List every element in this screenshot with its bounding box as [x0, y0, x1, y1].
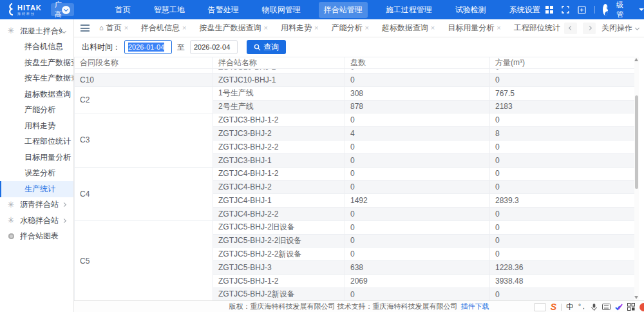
- tab[interactable]: 产能分析×: [327, 21, 373, 35]
- scroll-up-arrow-icon[interactable]: [634, 58, 638, 61]
- pan-count-cell: 1492: [345, 194, 490, 208]
- sidebar-group[interactable]: ✳水稳拌合站: [0, 213, 73, 229]
- top-nav-item[interactable]: 智慧工地: [149, 2, 190, 18]
- table-row: C5ZGTJC5-BHJ-2旧设备00: [75, 220, 635, 234]
- scrollbar-thumb[interactable]: [635, 95, 638, 189]
- sidebar-item[interactable]: 按车生产数据查询: [0, 71, 73, 87]
- sidebar-item-label: 超标数据查询: [24, 89, 73, 100]
- ime-tray: S 中 °，: [534, 301, 644, 312]
- tab-close-icon[interactable]: ×: [497, 24, 500, 32]
- colorful-check-icon[interactable]: [615, 304, 623, 311]
- chinese-mode-indicator[interactable]: 中: [566, 303, 574, 311]
- apps-grid-icon[interactable]: [545, 6, 553, 14]
- clipped-table-row: ZGTJC10-BHJ-200: [75, 69, 635, 73]
- end-date-input[interactable]: 2026-02-04: [190, 40, 238, 54]
- tab-list-icon[interactable]: [80, 24, 90, 32]
- start-date-input[interactable]: 2026-01-04: [124, 40, 172, 54]
- sogou-input-icon[interactable]: S: [551, 302, 556, 311]
- sidebar-item[interactable]: 拌合机信息: [0, 39, 73, 55]
- sidebar-item[interactable]: 超标数据查询: [0, 86, 73, 102]
- fullscreen-icon[interactable]: [562, 6, 569, 14]
- station-cell: ZGTJC5-BHJ-2-2旧设备: [213, 234, 345, 248]
- range-separator-label: 至: [177, 42, 185, 53]
- sidebar-item[interactable]: 按盘生产数据查询: [0, 55, 73, 71]
- clipped-tray-icon[interactable]: [639, 303, 644, 311]
- sidebar-item-label: 按盘生产数据查询: [24, 57, 73, 68]
- scroll-down-arrow-icon[interactable]: [634, 296, 638, 299]
- contract-section-cell: C4: [75, 167, 213, 220]
- tab-close-icon[interactable]: ×: [182, 24, 186, 32]
- contract-section-cell: C5: [75, 220, 213, 300]
- brand-logo: HITAK 海特科技: [6, 3, 42, 16]
- station-cell: ZGTJC4-BHJ-2: [213, 180, 345, 194]
- sidebar-item[interactable]: 用料走势: [0, 118, 73, 134]
- microphone-icon[interactable]: [591, 303, 598, 311]
- copyright-text: 版权：重庆海特科技发展有限公司 技术支持：重庆海特科技发展有限公司: [229, 302, 457, 311]
- tab[interactable]: 超标数据查询×: [377, 21, 439, 35]
- tab-close-icon[interactable]: ×: [365, 24, 368, 32]
- tab-close-icon[interactable]: ×: [124, 24, 128, 32]
- chevron-right-icon: [62, 219, 66, 223]
- add-box-icon[interactable]: [578, 6, 586, 14]
- tab[interactable]: 目标用量分析×: [443, 21, 505, 35]
- contract-section-cell: C10: [75, 73, 213, 87]
- tab[interactable]: ⌂首页×: [95, 21, 133, 35]
- avatar[interactable]: [603, 4, 608, 15]
- volume-cell: 0: [490, 288, 635, 300]
- tab-label: 用料走势: [281, 23, 312, 34]
- project-switch-icon[interactable]: [62, 6, 70, 14]
- pan-count-cell: 0: [345, 288, 490, 300]
- sidebar-group[interactable]: ✳沥青拌合站: [0, 197, 73, 213]
- top-nav-item[interactable]: 试验检测: [450, 2, 491, 18]
- station-cell: ZGTJC3-BHJ-1: [213, 153, 345, 167]
- brand-text: HITAK 海特科技: [17, 5, 42, 15]
- sidebar-group[interactable]: 拌合站图表: [0, 229, 73, 245]
- pan-count-cell: 0: [345, 153, 490, 167]
- filter-bar: 出料时间： 2026-01-04 至 2026-02-04 查询: [74, 37, 644, 57]
- contract-section-cell: C3: [75, 113, 213, 167]
- station-cell: ZGTJC3-BHJ-1-2: [213, 113, 345, 127]
- top-nav-item[interactable]: 施工过程管理: [381, 2, 437, 18]
- start-date-value: 2026-01-04: [128, 43, 164, 52]
- sidebar-item[interactable]: 目标用量分析: [0, 150, 73, 166]
- search-button[interactable]: 查询: [247, 40, 286, 54]
- clipped-text: ZGTJC10-BHJ-2: [218, 69, 345, 73]
- end-date-value: 2026-02-04: [194, 43, 230, 51]
- plugin-download-link[interactable]: 插件下载: [461, 302, 489, 311]
- user-menu-caret-icon[interactable]: [639, 8, 644, 11]
- sidebar-item[interactable]: 工程部位统计: [0, 134, 73, 150]
- soft-keyboard-icon[interactable]: [602, 304, 611, 310]
- project-selector[interactable]: 镇广高速: [51, 3, 74, 16]
- top-nav-item[interactable]: 系统设置: [504, 2, 545, 18]
- top-nav-item[interactable]: 首页: [110, 2, 136, 18]
- top-nav-item[interactable]: 拌合站管理: [319, 2, 368, 18]
- top-nav-item[interactable]: 物联网管理: [257, 2, 306, 18]
- sidebar-item-label: 按车生产数据查询: [24, 73, 73, 84]
- volume-cell: 767.5: [490, 86, 635, 100]
- table-header-row: 合同段名称拌合站名称盘数方量(m³): [75, 57, 635, 69]
- tab-close-icon[interactable]: ×: [431, 24, 435, 32]
- sidebar-item[interactable]: 生产统计: [0, 181, 73, 197]
- sidebar-group-label: 水稳拌合站: [20, 215, 62, 226]
- top-nav-item[interactable]: 告警处理: [203, 2, 244, 18]
- sidebar-group[interactable]: ✳混凝土拌合站: [0, 23, 73, 39]
- station-cell: ZGTJC3-BHJ-2: [213, 127, 345, 141]
- pan-count-cell: 0: [345, 167, 490, 180]
- table-scrollbar[interactable]: [634, 57, 639, 300]
- qr-code-icon[interactable]: [627, 303, 635, 311]
- user-name[interactable]: 超级管理A: [616, 0, 630, 29]
- tab[interactable]: 用料走势×: [276, 21, 323, 35]
- column-header: 方量(m³): [490, 57, 635, 69]
- pan-count-cell: 0: [345, 248, 490, 261]
- tab-close-icon[interactable]: ×: [314, 24, 318, 32]
- tab-close-icon[interactable]: ×: [264, 24, 268, 32]
- brand-logo-icon: [6, 3, 15, 16]
- column-header: 盘数: [345, 57, 490, 69]
- tab[interactable]: 拌合机信息×: [137, 21, 191, 35]
- project-name: 镇广高速: [55, 0, 62, 29]
- sidebar-item[interactable]: 误差分析: [0, 166, 73, 182]
- station-cell: ZGTJC5-BHJ-2旧设备: [213, 220, 345, 234]
- punctuation-mode-icon[interactable]: °，: [578, 304, 586, 310]
- tab[interactable]: 按盘生产数据查询×: [195, 21, 272, 35]
- sidebar-item[interactable]: 产能分析: [0, 102, 73, 119]
